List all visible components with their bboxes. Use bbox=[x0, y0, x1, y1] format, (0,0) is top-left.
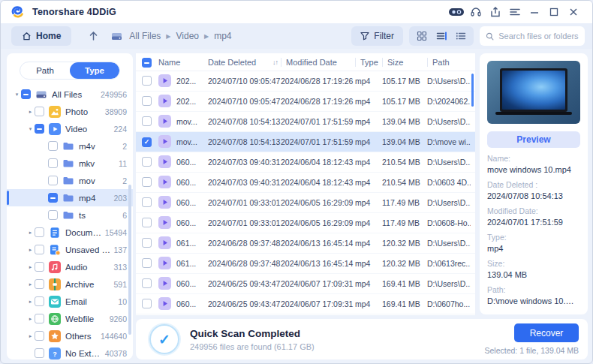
checkbox[interactable] bbox=[35, 348, 44, 358]
expand-caret-icon[interactable]: ▸ bbox=[26, 299, 35, 305]
row-checkbox[interactable] bbox=[142, 218, 152, 227]
sidebar-item-no-extension[interactable]: ?No Extension40378 bbox=[7, 344, 133, 359]
checkbox[interactable] bbox=[48, 158, 58, 168]
sidebar-item-all-files[interactable]: ▾All Files249956 bbox=[7, 86, 133, 103]
row-checkbox[interactable] bbox=[142, 76, 152, 86]
share-icon[interactable] bbox=[486, 4, 505, 20]
checkbox[interactable] bbox=[35, 245, 44, 254]
sidebar-item-audio[interactable]: ▸Audio313 bbox=[7, 258, 133, 275]
header-size[interactable]: Size bbox=[382, 58, 427, 67]
sidebar-scrollbar[interactable] bbox=[128, 185, 131, 335]
home-button[interactable]: Home bbox=[11, 26, 71, 46]
row-checkbox[interactable] bbox=[142, 258, 152, 268]
checkbox[interactable] bbox=[35, 262, 44, 272]
sidebar-item-video[interactable]: ▾Video224 bbox=[7, 120, 133, 137]
row-checkbox[interactable] bbox=[142, 96, 152, 106]
sidebar-item-document[interactable]: ▸Document15494 bbox=[7, 224, 133, 241]
menu-icon[interactable] bbox=[505, 4, 525, 20]
sidebar-item-photo[interactable]: ▸Photo38909 bbox=[7, 103, 133, 120]
recover-button[interactable]: Recover bbox=[514, 323, 579, 342]
compact-list-view-icon[interactable] bbox=[453, 29, 469, 44]
header-type[interactable]: Type bbox=[355, 58, 382, 67]
checkbox[interactable] bbox=[35, 227, 44, 237]
table-row[interactable]: 061...2024/06/28 09:37:482024/06/13 16:4… bbox=[136, 254, 475, 274]
support-headset-icon[interactable] bbox=[466, 4, 486, 20]
sidebar-item-webfile[interactable]: ▸Webfile9260 bbox=[7, 310, 133, 327]
header-path[interactable]: Path bbox=[427, 58, 471, 67]
cell-name: 061... bbox=[176, 239, 208, 248]
checkbox[interactable] bbox=[48, 193, 58, 203]
row-checkbox[interactable] bbox=[142, 278, 152, 288]
checkbox[interactable] bbox=[48, 210, 58, 220]
checkbox[interactable] bbox=[35, 124, 44, 134]
row-checkbox[interactable] bbox=[142, 238, 152, 248]
table-row[interactable]: 061...2024/06/28 09:37:482024/06/13 16:4… bbox=[136, 233, 475, 254]
table-row[interactable]: 202...2024/07/10 09:05:472024/06/28 17:1… bbox=[136, 71, 475, 92]
expand-caret-icon[interactable]: ▸ bbox=[26, 230, 35, 236]
table-row[interactable]: 060...2024/07/01 09:33:012024/06/05 16:2… bbox=[136, 193, 475, 213]
grid-view-icon[interactable] bbox=[414, 29, 430, 44]
expand-caret-icon[interactable]: ▸ bbox=[26, 247, 35, 253]
checkbox[interactable] bbox=[35, 279, 44, 289]
checkbox[interactable] bbox=[35, 314, 44, 323]
expand-caret-icon[interactable]: ▸ bbox=[26, 109, 35, 115]
breadcrumb-video[interactable]: Video bbox=[176, 31, 199, 41]
expand-caret-icon[interactable]: ▸ bbox=[26, 264, 35, 270]
checkbox[interactable] bbox=[35, 107, 44, 116]
row-checkbox[interactable] bbox=[142, 116, 152, 126]
checkbox[interactable] bbox=[48, 141, 58, 151]
detail-list-view-icon[interactable] bbox=[433, 29, 450, 44]
table-row[interactable]: 060...2024/06/25 09:43:472024/06/07 17:0… bbox=[136, 294, 475, 314]
sidebar-item-mov[interactable]: mov2 bbox=[7, 172, 133, 189]
sidebar-item-others[interactable]: ▸Others144640 bbox=[7, 327, 133, 344]
select-all-checkbox[interactable] bbox=[142, 58, 152, 68]
expand-caret-icon[interactable]: ▸ bbox=[26, 281, 35, 287]
sidebar-item-email[interactable]: ▸Email10 bbox=[7, 293, 133, 310]
row-checkbox[interactable] bbox=[142, 197, 152, 207]
checkbox[interactable] bbox=[35, 296, 44, 306]
navigate-up-button[interactable] bbox=[85, 31, 101, 41]
row-checkbox[interactable] bbox=[142, 177, 152, 187]
expand-caret-icon[interactable]: ▸ bbox=[26, 316, 35, 322]
sidebar-item-mp4[interactable]: mp4203 bbox=[7, 189, 133, 206]
checkbox[interactable] bbox=[21, 89, 31, 99]
header-name[interactable]: Name bbox=[158, 58, 208, 67]
expand-caret-icon[interactable]: ▸ bbox=[26, 333, 35, 339]
row-checkbox[interactable] bbox=[142, 137, 152, 147]
search-input[interactable] bbox=[498, 32, 579, 41]
search-box[interactable] bbox=[480, 26, 585, 46]
row-checkbox[interactable] bbox=[142, 299, 152, 308]
sidebar-item-unsaved-docu-[interactable]: ▸Unsaved Docu...137 bbox=[7, 241, 133, 258]
expand-caret-icon[interactable]: ▾ bbox=[13, 92, 21, 98]
header-modified-date[interactable]: Modified Date bbox=[281, 58, 355, 67]
header-date-deleted[interactable]: Date Deleted↓↑ bbox=[208, 58, 281, 67]
table-row[interactable]: 060...2024/06/25 09:43:472024/06/07 17:0… bbox=[136, 274, 475, 294]
expand-caret-icon[interactable]: ▾ bbox=[26, 126, 35, 132]
close-button[interactable] bbox=[564, 4, 583, 20]
tab-path[interactable]: Path bbox=[20, 62, 70, 79]
table-row[interactable]: 060...2024/07/01 09:33:012024/06/05 16:2… bbox=[136, 213, 475, 233]
preview-button[interactable]: Preview bbox=[487, 131, 580, 148]
theme-toggle-icon[interactable] bbox=[447, 4, 466, 20]
table-row[interactable]: mov...2024/07/08 10:54:132024/07/01 17:5… bbox=[136, 112, 475, 132]
table-row[interactable]: 202...2024/07/10 09:05:472024/06/28 17:1… bbox=[136, 92, 475, 112]
minimize-button[interactable] bbox=[525, 4, 544, 20]
breadcrumb-all-files[interactable]: All Files bbox=[129, 31, 161, 41]
row-checkbox[interactable] bbox=[142, 157, 152, 167]
maximize-button[interactable] bbox=[544, 4, 564, 20]
table-row[interactable]: mov...2024/07/08 10:54:132024/07/01 17:5… bbox=[136, 132, 475, 152]
checkbox[interactable] bbox=[35, 331, 44, 341]
sidebar-item-archive[interactable]: ▸Archive591 bbox=[7, 275, 133, 293]
breadcrumb-mp4[interactable]: mp4 bbox=[214, 31, 231, 41]
checkbox[interactable] bbox=[48, 176, 58, 185]
filter-button[interactable]: Filter bbox=[351, 26, 403, 46]
tab-type[interactable]: Type bbox=[70, 62, 119, 79]
sidebar-item-mkv[interactable]: mkv11 bbox=[7, 155, 133, 172]
sidebar-item-ts[interactable]: ts6 bbox=[7, 206, 133, 224]
table-scrollbar[interactable] bbox=[471, 74, 474, 107]
table-row[interactable]: 060...2024/07/03 09:40:312024/06/04 18:1… bbox=[136, 173, 475, 193]
sort-icon[interactable]: ↓↑ bbox=[272, 59, 281, 66]
unsaved-document-icon bbox=[49, 244, 61, 256]
table-row[interactable]: 060...2024/07/03 09:40:312024/06/04 18:1… bbox=[136, 152, 475, 173]
sidebar-item-m4v[interactable]: m4v2 bbox=[7, 137, 133, 155]
